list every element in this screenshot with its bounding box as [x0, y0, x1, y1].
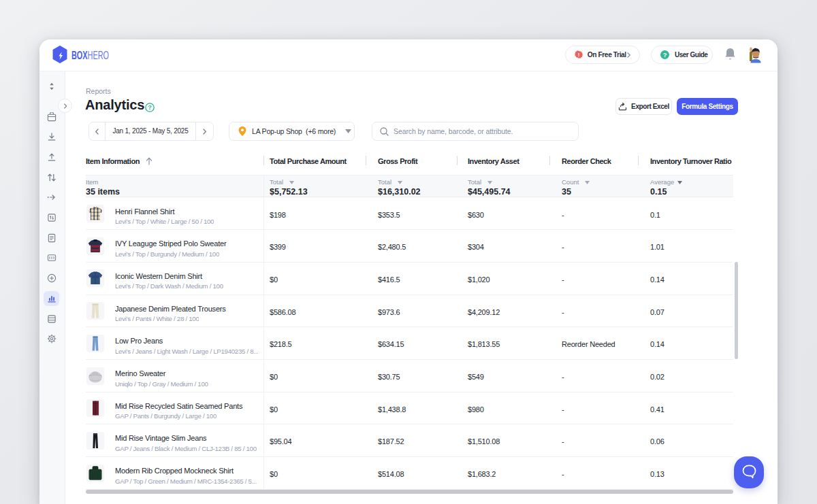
svg-text:?: ?	[148, 104, 152, 111]
svg-text:?: ?	[663, 51, 667, 58]
svg-text:!: !	[578, 52, 579, 58]
